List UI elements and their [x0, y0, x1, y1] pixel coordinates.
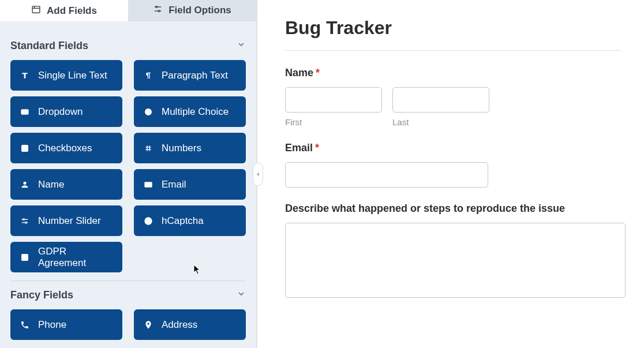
map-pin-icon: [143, 320, 153, 330]
field-multiple-choice[interactable]: Multiple Choice: [134, 96, 246, 127]
form-icon: [31, 5, 41, 17]
tabs: Add Fields Field Options: [0, 0, 256, 21]
text-icon: [20, 70, 30, 81]
first-sublabel: First: [285, 117, 382, 127]
svg-rect-0: [32, 6, 40, 12]
required-marker: *: [315, 142, 319, 154]
field-dropdown[interactable]: Dropdown: [10, 96, 122, 127]
field-label: Name: [38, 179, 64, 190]
name-label: Name*: [285, 67, 621, 79]
field-single-line-text[interactable]: Single Line Text: [10, 60, 122, 91]
phone-icon: [20, 320, 30, 330]
chevron-down-icon: [237, 289, 246, 301]
section-header-fancy[interactable]: Fancy Fields: [10, 289, 246, 301]
check-icon: [20, 252, 30, 263]
required-marker: *: [316, 67, 320, 78]
last-sublabel: Last: [392, 117, 489, 127]
field-name[interactable]: Name: [10, 169, 122, 200]
first-name-input[interactable]: [285, 87, 382, 113]
svg-point-19: [25, 222, 27, 223]
field-label: hCaptcha: [162, 215, 204, 227]
tab-field-options[interactable]: Field Options: [128, 0, 256, 21]
field-label: Email: [162, 179, 186, 190]
form-preview: Bug Tracker Name* First Last Email* Desc…: [257, 0, 644, 348]
radio-icon: [143, 107, 153, 117]
dropdown-icon: [20, 107, 30, 117]
field-label: Phone: [38, 319, 66, 331]
form-title[interactable]: Bug Tracker: [285, 17, 621, 39]
label-text: Email: [285, 142, 313, 154]
field-number-slider[interactable]: Number Slider: [10, 205, 122, 236]
title-divider: [285, 50, 621, 51]
field-label: Single Line Text: [38, 70, 107, 81]
describe-field[interactable]: Describe what happened or steps to repro…: [285, 203, 621, 300]
svg-point-17: [23, 219, 25, 220]
section-title: Standard Fields: [10, 40, 88, 52]
question-icon: [143, 216, 153, 226]
field-label: Number Slider: [38, 215, 101, 227]
hash-icon: [143, 143, 153, 154]
field-label: Numbers: [162, 143, 201, 154]
field-label: Dropdown: [38, 106, 83, 118]
section-title: Fancy Fields: [10, 289, 73, 301]
svg-point-4: [156, 6, 158, 8]
svg-point-9: [147, 111, 149, 113]
label-text: Name: [285, 67, 313, 78]
divider: [10, 280, 246, 281]
paragraph-icon: [143, 70, 153, 81]
sidebar: Add Fields Field Options Standard Fields…: [0, 0, 257, 348]
last-name-input[interactable]: [392, 87, 489, 113]
fancy-fields-grid: Phone Address: [10, 309, 246, 340]
tab-label: Field Options: [169, 5, 231, 16]
field-numbers[interactable]: Numbers: [134, 133, 246, 163]
sliders-icon: [153, 4, 163, 17]
standard-fields-section: Standard Fields Single Line Text Paragra…: [0, 21, 256, 348]
field-label: Address: [162, 319, 197, 331]
svg-point-21: [148, 222, 148, 223]
user-icon: [20, 179, 30, 190]
email-icon: [143, 179, 153, 190]
email-label: Email*: [285, 142, 621, 154]
chevron-down-icon: [237, 40, 246, 52]
describe-textarea[interactable]: [285, 223, 626, 298]
field-email[interactable]: Email: [134, 169, 246, 200]
checkbox-icon: [20, 143, 30, 154]
standard-fields-grid: Single Line Text Paragraph Text Dropdown…: [10, 60, 246, 272]
field-label: GDPR Agreement: [38, 246, 113, 269]
field-phone[interactable]: Phone: [10, 309, 122, 340]
tab-add-fields[interactable]: Add Fields: [0, 0, 128, 21]
collapse-sidebar-button[interactable]: [253, 163, 263, 186]
svg-point-6: [158, 10, 160, 12]
name-field[interactable]: Name* First Last: [285, 67, 621, 127]
field-label: Paragraph Text: [162, 70, 228, 81]
email-input[interactable]: [285, 162, 488, 188]
email-field[interactable]: Email*: [285, 142, 621, 188]
field-paragraph-text[interactable]: Paragraph Text: [134, 60, 246, 91]
section-header-standard[interactable]: Standard Fields: [10, 40, 246, 52]
field-label: Multiple Choice: [162, 106, 229, 118]
name-row: First Last: [285, 87, 621, 127]
tab-label: Add Fields: [47, 5, 97, 17]
field-label: Checkboxes: [38, 143, 92, 154]
field-address[interactable]: Address: [134, 309, 246, 340]
field-checkboxes[interactable]: Checkboxes: [10, 133, 122, 163]
slider-icon: [20, 216, 30, 226]
describe-label: Describe what happened or steps to repro…: [285, 203, 621, 215]
field-gdpr-agreement[interactable]: GDPR Agreement: [10, 242, 122, 272]
field-hcaptcha[interactable]: hCaptcha: [134, 205, 246, 236]
